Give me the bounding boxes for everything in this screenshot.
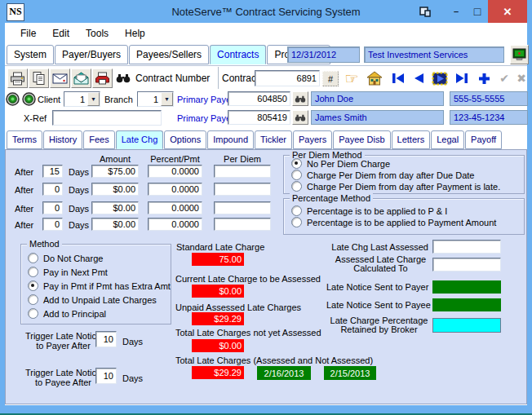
chevron-down-icon[interactable]: ▼ [161, 92, 173, 106]
open-mail-button[interactable] [71, 68, 91, 88]
payer-search-button[interactable] [292, 91, 308, 106]
tab-legal[interactable]: Legal [431, 130, 464, 149]
tab-payee-disb[interactable]: Payee Disb [333, 130, 390, 149]
trigger-payer-days-input[interactable]: 10 [95, 331, 117, 347]
radio-label: Pay in Next Pmt [43, 267, 108, 277]
add-record-button[interactable] [475, 71, 493, 86]
app-windows-icon[interactable] [415, 0, 436, 23]
tab-system[interactable]: System [7, 45, 54, 64]
nav-record-button[interactable] [430, 70, 450, 86]
menu-edit[interactable]: Edit [45, 26, 77, 41]
cancel-button[interactable]: ✖ [514, 71, 529, 86]
radio-pay-next-pmt[interactable]: Pay in Next Pmt [28, 267, 108, 277]
close-button[interactable]: ✕ [488, 0, 527, 23]
radio-per-diem-due-date[interactable]: Charge Per Diem from day after Due Date [291, 170, 474, 180]
tab-payoff[interactable]: Payoff [465, 130, 502, 149]
radio-pct-p-and-i[interactable]: Percentage is to be applied to P & I [291, 205, 447, 216]
find-contract-button[interactable]: Contract Number [113, 67, 219, 89]
tab-payers[interactable]: Payers [293, 130, 332, 149]
tab-impound[interactable]: Impound [207, 130, 254, 149]
xref-input[interactable] [52, 110, 162, 126]
tier3-amount-input[interactable]: $0.00 [91, 201, 139, 214]
nav-last-button[interactable] [453, 71, 471, 86]
tier4-percent-input[interactable]: 0.0000 [148, 218, 202, 231]
menu-tools[interactable]: Tools [78, 26, 116, 41]
tier2-per-diem-input[interactable] [214, 183, 271, 196]
tier4-days-input[interactable]: 0 [42, 218, 63, 231]
menu-file[interactable]: File [13, 26, 43, 41]
radio-pct-payment-amount[interactable]: Percentage is to be applied to Payment A… [291, 217, 496, 227]
radio-label: Percentage is to be applied to Payment A… [307, 218, 496, 227]
tier1-percent-input[interactable]: 0.0000 [148, 165, 202, 178]
primary-payer-label: Primary Payer [177, 95, 234, 104]
monitor-button[interactable] [510, 45, 529, 64]
tab-terms[interactable]: Terms [7, 130, 42, 149]
payer-name-field: John Doe [311, 91, 444, 106]
unpaid-assessed-value: $29.29 [192, 312, 244, 325]
tab-payees-sellers[interactable]: Payees/Sellers [129, 45, 209, 64]
printer-icon [10, 72, 25, 86]
home-button[interactable] [364, 68, 385, 88]
menu-help[interactable]: Help [117, 26, 153, 41]
tier1-amount-input[interactable]: $75.00 [91, 165, 139, 178]
client-combobox[interactable]: 1 ▼ [64, 91, 100, 107]
radio-add-unpaid[interactable]: Add to Unpaid Late Charges [28, 294, 157, 305]
tab-letters[interactable]: Letters [392, 130, 431, 149]
primary-payer-input[interactable]: 604850 [228, 91, 290, 106]
tier3-per-diem-input[interactable] [214, 201, 271, 214]
maximize-button[interactable]: □ [467, 0, 488, 23]
trigger-payee-days-input[interactable]: 10 [95, 368, 117, 384]
tab-late-chg[interactable]: Late Chg [116, 130, 164, 149]
radio-no-per-diem[interactable]: No Per Diem Charge [291, 158, 390, 169]
tier2-amount-input[interactable]: $0.00 [91, 183, 139, 196]
print-button[interactable] [7, 68, 28, 88]
tab-history[interactable]: History [43, 130, 82, 149]
radio-pay-if-extra[interactable]: Pay in Pmt if Pmt has Extra Amt [28, 280, 171, 291]
hash-button[interactable]: # [322, 71, 339, 86]
confirm-button[interactable]: ✔ [496, 71, 512, 86]
tab-contracts[interactable]: Contracts [210, 45, 266, 64]
branch-combobox[interactable]: 1 ▼ [137, 91, 174, 107]
primary-payee-input[interactable]: 805419 [228, 110, 290, 125]
payee-search-button[interactable] [292, 110, 308, 125]
tab-fees[interactable]: Fees [83, 130, 114, 149]
tier4-per-diem-input[interactable] [214, 218, 271, 231]
print-report-button[interactable] [92, 68, 113, 88]
copy-documents-icon [32, 71, 47, 86]
tab-tickler[interactable]: Tickler [255, 130, 292, 149]
tab-options[interactable]: Options [164, 130, 206, 149]
total-late-charges-value: $29.29 [192, 366, 244, 379]
total-late-charges-label: Total Late Charges (Assessed and Not Ass… [175, 355, 373, 365]
chevron-down-icon[interactable]: ▼ [87, 92, 100, 106]
radio-add-principal[interactable]: Add to Principal [28, 308, 106, 319]
nav-first-button[interactable] [389, 71, 407, 86]
tier1-per-diem-input[interactable] [214, 165, 271, 178]
contract-number-input[interactable]: 6891 [255, 70, 320, 86]
xref-label: X-Ref [24, 113, 47, 123]
mail-button[interactable] [50, 68, 70, 88]
per-diem-header: Per Diem [214, 154, 271, 164]
goto-hand-button[interactable]: ☞ [341, 68, 362, 88]
tab-payer-buyers[interactable]: Payer/Buyers [55, 45, 128, 64]
window-border-bottom [0, 405, 532, 413]
current-late-charge-value: $0.00 [192, 285, 244, 298]
radio-do-not-charge[interactable]: Do Not Charge [28, 253, 103, 263]
tier1-days-input[interactable]: 15 [42, 165, 63, 178]
radio-per-diem-payment-late[interactable]: Charge Per Diem from day after Payment i… [291, 181, 500, 192]
minimize-button[interactable]: – [446, 0, 467, 23]
assessed-calc-input[interactable] [432, 258, 501, 272]
tier2-percent-input[interactable]: 0.0000 [148, 183, 202, 196]
bullseye-icon [6, 92, 20, 106]
radio-label: Do Not Charge [43, 254, 103, 263]
tier3-percent-input[interactable]: 0.0000 [148, 201, 202, 214]
assess-date-1: 2/16/2013 [257, 366, 311, 380]
nav-prev-button[interactable] [410, 71, 428, 86]
company-name-field[interactable]: Test Investment Services [364, 46, 504, 63]
tier4-amount-input[interactable]: $0.00 [91, 218, 139, 231]
tier3-days-input[interactable]: 0 [42, 201, 63, 214]
tier2-days-input[interactable]: 0 [42, 183, 63, 196]
last-assessed-input[interactable] [432, 240, 501, 254]
system-date-field[interactable]: 12/31/2012 [287, 46, 360, 63]
find-contract-label: Contract Number [135, 73, 210, 84]
copy-button[interactable] [29, 68, 49, 88]
